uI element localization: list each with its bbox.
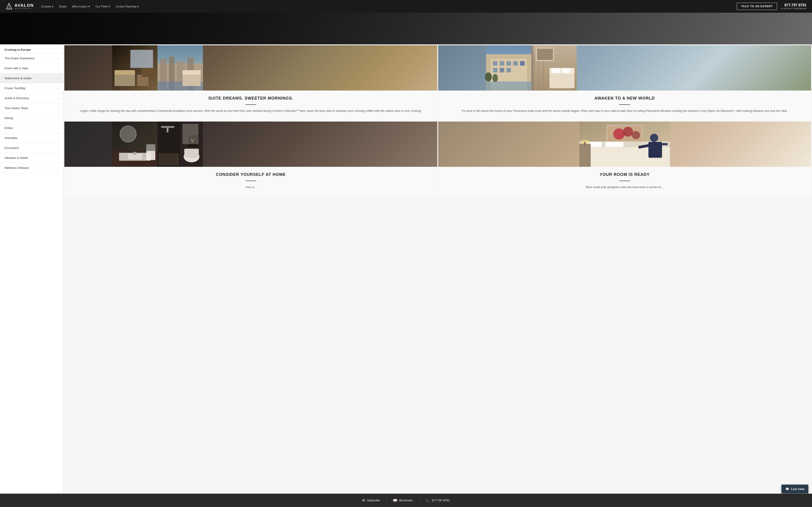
svg-rect-58 (167, 128, 168, 132)
subscribe-icon: ✉ (362, 498, 365, 502)
panorama-image-svg (438, 45, 625, 91)
sidebar-item-cruise-yourway[interactable]: Cruise YourWay › (0, 83, 63, 93)
svg-rect-25 (513, 61, 518, 66)
svg-rect-18 (183, 70, 201, 75)
svg-rect-28 (500, 68, 504, 72)
sidebar-item-attention-detail[interactable]: Attention to Detail › (0, 153, 63, 163)
chevron-right-icon: › (58, 156, 59, 160)
chevron-right-icon: › (58, 87, 59, 90)
svg-point-69 (613, 128, 625, 139)
svg-rect-43 (537, 49, 553, 60)
svg-rect-65 (183, 124, 198, 144)
svg-rect-79 (662, 143, 668, 145)
content-grid: SUITE DREAMS. SWEETER MORNINGS. Linger a… (63, 44, 812, 198)
svg-rect-34 (531, 45, 533, 91)
card-image-suite (64, 45, 437, 91)
chevron-right-icon: › (58, 97, 59, 100)
sidebar-item-label: Dining (5, 116, 13, 120)
svg-rect-40 (552, 68, 560, 73)
nav-why-avalon[interactable]: Why Avalon ▾ (72, 5, 90, 8)
sidebar-item-amenities[interactable]: Amenities › (0, 133, 63, 143)
card-text-room-ready: Most small-ship designers miss the boat … (445, 185, 804, 190)
logo-name: AVALON (14, 3, 34, 8)
chevron-right-icon: › (58, 126, 59, 130)
chat-icon: 💬 (785, 487, 789, 491)
card-suite-dreams: SUITE DREAMS. SWEETER MORNINGS. Linger a… (64, 45, 437, 121)
card-title-suite: SUITE DREAMS. SWEETER MORNINGS. (71, 96, 430, 101)
chevron-down-icon: ▾ (108, 5, 110, 8)
bottom-bar: ✉ Subscribe 📖 Brochures 📞 877.797.8791 (0, 494, 812, 507)
card-divider (619, 104, 630, 105)
nav-cruises[interactable]: Cruises ▾ (41, 5, 53, 8)
sidebar-item-label: Excursions (5, 146, 19, 150)
svg-rect-32 (486, 81, 531, 91)
svg-rect-57 (161, 126, 175, 128)
bathroom-image-svg: V (64, 121, 251, 167)
nav-deals[interactable]: Deals (59, 5, 66, 8)
card-title-home: CONSIDER YOURSELF AT HOME (71, 172, 430, 177)
svg-point-31 (493, 74, 498, 82)
chevron-down-icon: ▾ (52, 5, 53, 8)
bed-image-svg (438, 121, 811, 167)
card-divider (619, 181, 630, 181)
sidebar-item-excursions[interactable]: Excursions › (0, 143, 63, 153)
subscribe-button[interactable]: ✉ Subscribe (356, 496, 387, 505)
chevron-right-icon: › (58, 57, 59, 60)
phone-block: 877.797.8791 or call your Travel Advisor (781, 3, 807, 10)
hero-bg (0, 13, 812, 44)
svg-rect-26 (520, 61, 525, 66)
sidebar: Cruising in Europe The Avalon Experience… (0, 44, 63, 507)
sidebar-item-drinks[interactable]: Drinks › (0, 123, 63, 133)
sidebar-item-avalon-experience[interactable]: The Avalon Experience › (0, 53, 63, 63)
nav-links: Cruises ▾ Deals Why Avalon ▾ Our Fleet ▾… (41, 5, 737, 8)
svg-rect-54 (112, 121, 158, 151)
svg-point-71 (632, 131, 640, 139)
svg-point-76 (650, 134, 658, 142)
card-image-panorama (438, 45, 811, 91)
live-chat-label: Live Chat (791, 487, 804, 491)
svg-rect-80 (579, 144, 591, 167)
chevron-right-icon: › (58, 117, 59, 120)
live-chat-button[interactable]: 💬 Live Chat (781, 485, 808, 494)
chevron-down-icon: ▾ (88, 5, 90, 8)
sidebar-item-label: Attention to Detail (5, 156, 28, 160)
card-title-room-ready: YOUR ROOM IS READY (445, 172, 804, 177)
main-layout: Cruising in Europe The Avalon Experience… (0, 44, 812, 507)
sidebar-item-wellness[interactable]: Wellness Onboard › (0, 163, 63, 173)
svg-rect-22 (493, 61, 498, 66)
brochures-button[interactable]: 📖 Brochures (387, 496, 419, 505)
svg-rect-29 (507, 68, 511, 72)
phone-sub: or call your Travel Advisor (781, 7, 807, 10)
card-text-awaken: It's hard to tell where the luxury of yo… (445, 108, 804, 113)
chevron-right-icon: › (58, 166, 59, 170)
card-divider (245, 104, 256, 105)
phone-number: 877.797.8791 (781, 3, 807, 7)
svg-rect-4 (131, 50, 153, 68)
talk-to-expert-button[interactable]: TALK TO AN EXPERT (737, 3, 777, 10)
sidebar-item-dining[interactable]: Dining › (0, 113, 63, 123)
hero-left (0, 13, 812, 44)
svg-rect-75 (605, 142, 623, 147)
sidebar-item-staterooms[interactable]: Staterooms & Suites › (0, 73, 63, 83)
brochures-label: Brochures (399, 499, 413, 502)
card-title-awaken: AWAKEN TO A NEW WORLD (445, 96, 804, 101)
svg-rect-77 (648, 142, 662, 158)
nav-our-fleet[interactable]: Our Fleet ▾ (95, 5, 110, 8)
card-body-room-ready: YOUR ROOM IS READY Most small-ship desig… (438, 167, 811, 197)
svg-rect-8 (142, 68, 155, 77)
chevron-right-icon: › (58, 67, 59, 70)
nav-cruise-planning[interactable]: Cruise Planning ▾ (115, 5, 139, 8)
card-room-ready: YOUR ROOM IS READY Most small-ship desig… (438, 121, 811, 197)
sidebar-item-active-discovery[interactable]: Active & Discovery › (0, 93, 63, 103)
svg-rect-59 (159, 153, 179, 166)
card-text-home: Your d... (71, 185, 430, 190)
logo[interactable]: AVALON WATERWAYS (5, 3, 34, 10)
sidebar-item-avalon-team[interactable]: Your Avalon Team › (0, 103, 63, 113)
svg-rect-82 (584, 142, 586, 147)
card-body-awaken: AWAKEN TO A NEW WORLD It's hard to tell … (438, 91, 811, 121)
bottom-phone-label: 877.797.8791 (432, 499, 450, 502)
sidebar-item-label: The Avalon Experience (5, 57, 35, 60)
sidebar-item-room-view[interactable]: Room with a View › (0, 63, 63, 73)
phone-button[interactable]: 📞 877.797.8791 (419, 496, 456, 505)
svg-rect-41 (562, 68, 570, 73)
